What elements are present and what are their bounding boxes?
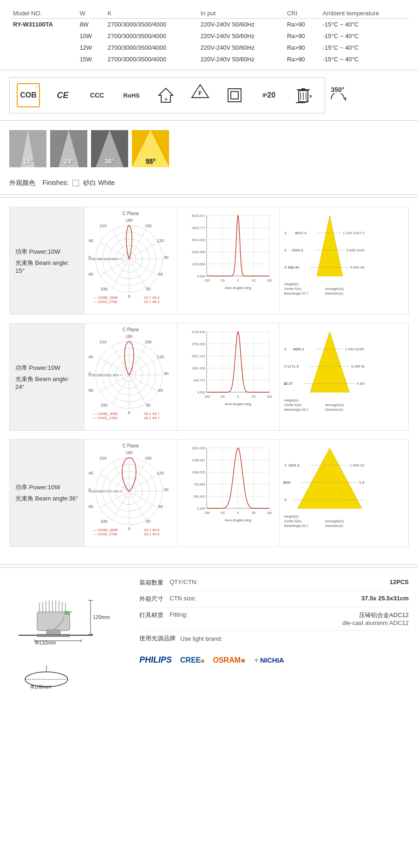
temp-cell: -15°C ~ 40°C [319,53,409,65]
svg-text:28.1 49.7: 28.1 49.7 [144,412,160,416]
svg-text:33.1 49.6: 33.1 49.6 [144,528,160,532]
svg-text:4685.2: 4685.2 [293,347,304,351]
svg-line-199 [112,491,129,520]
svg-marker-250 [298,448,362,508]
cob-label: COB [20,91,37,99]
svg-text:Height(m): Height(m) [284,515,299,519]
svg-text:Center E(lx): Center E(lx) [284,287,301,291]
svg-text:4167.233: 4167.233 [353,231,365,235]
svg-line-197 [129,491,146,520]
watt-cell: 8W [76,19,104,31]
photo-angle-2: 光束角 Beam angle:36° [15,494,78,503]
beam-15-label: 15° [23,158,33,165]
input-cell: 220V-240V 50/60Hz [197,53,283,65]
svg-line-116 [100,375,129,392]
philips-brand: PHILIPS [139,655,172,665]
svg-text:90: 90 [164,255,169,260]
svg-text:0.000: 0.000 [197,391,205,394]
input-cell: 220V-240V 50/60Hz [197,30,283,42]
nichia-brand: ✦NICHIA [254,656,284,664]
svg-text:180: 180 [267,395,272,398]
photo-info-0: 功率 Power:10W 光束角 Beam angle: 15° [10,207,84,314]
beam-24-label: 24° [64,158,73,165]
svg-text:30: 30 [146,287,150,291]
svg-text:729.684: 729.684 [194,483,205,486]
temp-cell: -15°C ~ 40°C [319,42,409,53]
photo-power-1: 功率 Power:10W [15,364,78,372]
svg-text:120: 120 [157,355,164,359]
svg-text:-90: -90 [220,511,225,514]
fit-en: Fitting: [170,611,211,618]
svg-text:180: 180 [125,334,132,339]
svg-text:6023.471: 6023.471 [192,214,205,217]
svg-text:210: 210 [99,224,106,228]
color-swatch [72,180,79,186]
photo-row-0: 功率 Power:10W 光束角 Beam angle: 15° C Plane… [9,207,409,315]
svg-text:30: 30 [146,519,150,524]
svg-text:0: 0 [128,526,130,531]
k-cell: 2700/3000/3500/4000 [104,53,196,65]
svg-text:4818.777: 4818.777 [192,226,205,230]
svg-text:300: 300 [88,388,93,393]
svg-text:— C0X0_2700: — C0X0_2700 [93,300,118,304]
svg-text:150: 150 [144,456,151,460]
watt-cell: 12W [76,42,104,53]
svg-text:0: 0 [128,410,130,415]
finishes-label-en: Finishes: [43,179,69,186]
svg-text:0: 0 [128,294,130,299]
col-model: Model NO. [9,8,76,19]
fit-val2: die-cast aluminm ADC12 [216,619,409,626]
svg-text:3614.083: 3614.083 [192,238,205,242]
svg-text:1: 1 [284,463,287,467]
beam-24: 24° [50,130,87,167]
svg-text:3.944: 3.944 [350,265,360,270]
ctn-zh: 外箱尺寸 [139,595,165,603]
svg-text:3.898: 3.898 [359,480,365,485]
svg-text:0: 0 [237,511,239,514]
svg-text:668.90: 668.90 [288,265,300,270]
svg-text:240: 240 [88,355,93,359]
svg-line-31 [112,259,129,288]
beam-angles-row: 15° 24° 36° 55° [9,130,409,167]
svg-line-193 [129,462,146,491]
osram-brand: OSRAM⊕ [213,656,245,664]
finishes-section: 外观颜色 Finishes: 砂白 White [0,172,418,195]
svg-marker-82 [317,216,342,276]
waste-cert: ✕ [292,86,315,105]
svg-text:— C0I90_3000: — C0I90_3000 [93,296,118,300]
svg-text:6017.4: 6017.4 [295,231,307,235]
svg-text:90: 90 [164,487,169,492]
svg-marker-166 [310,332,349,392]
svg-text:180: 180 [125,218,132,223]
svg-text:210: 210 [99,340,106,344]
top-diagram: Φ100mm [19,664,74,692]
svg-text:1204.7: 1204.7 [111,257,122,261]
svg-text:Axis Angles deg: Axis Angles deg [225,518,251,522]
svg-text:120mm: 120mm [93,614,110,620]
photo-power-2: 功率 Power:10W [15,483,78,492]
svg-text:364.8: 364.8 [113,490,122,493]
svg-text:60: 60 [158,504,163,509]
beam-55-label: 55° [145,158,155,165]
svg-text:Height(m): Height(m) [284,399,299,402]
home-cert: ⟳ [154,86,177,105]
cri-cell: Ra>90 [283,19,319,31]
svg-line-196 [129,491,158,508]
svg-line-28 [129,259,158,276]
photo-info-2: 功率 Power:10W 光束角 Beam angle:36° [10,440,84,546]
svg-text:-90: -90 [220,279,225,282]
svg-text:22.7 46.2: 22.7 46.2 [144,296,160,300]
photo-row-1: 功率 Power:10W 光束角 Beam angle: 24° C Plane… [9,323,409,431]
watt-cell: 10W [76,30,104,42]
polar-box-2: C Plane 18015012090603003303002702402101… [84,440,177,546]
svg-line-203 [112,462,129,491]
polar-box-0: C Plane 18015012090603003303002702402106… [84,207,177,314]
svg-text:2822.182: 2822.182 [192,355,205,358]
cree-brand: CREE⊕ [180,656,204,664]
svg-text:150: 150 [144,340,151,344]
col-cri: CRI [283,8,319,19]
beam-36-label: 36° [104,158,114,165]
line-box-2: 0.000364.842729.6841094.5251459.3671824.… [177,440,279,546]
svg-rect-283 [37,634,70,637]
svg-line-115 [112,375,129,404]
